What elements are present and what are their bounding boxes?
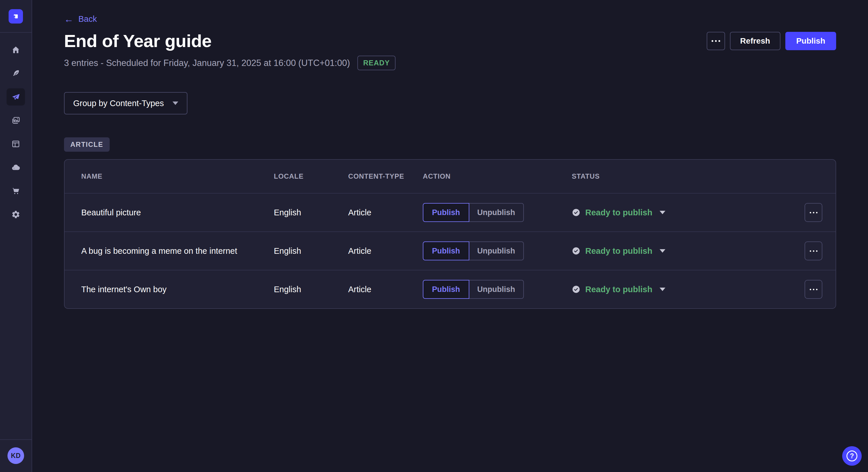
cart-icon [11, 187, 20, 196]
feather-icon [11, 69, 20, 78]
more-icon [810, 289, 817, 290]
more-icon [712, 40, 720, 42]
question-mark-icon: ? [846, 450, 857, 461]
more-icon [810, 250, 817, 252]
paper-plane-icon [11, 92, 20, 102]
entry-locale: English [274, 285, 348, 294]
action-toggle: Publish Unpublish [423, 203, 572, 222]
unpublish-action-button[interactable]: Unpublish [469, 280, 524, 299]
unpublish-action-button[interactable]: Unpublish [469, 241, 524, 260]
table-header-row: NAME LOCALE CONTENT-TYPE ACTION STATUS [65, 160, 836, 193]
column-header-name: NAME [81, 172, 274, 180]
header-actions: Refresh Publish [707, 32, 836, 50]
chevron-down-icon [660, 211, 665, 214]
images-icon [11, 116, 20, 125]
sidebar-item-home[interactable] [7, 41, 25, 59]
sidebar-item-content-manager[interactable] [7, 65, 25, 82]
status-badge: READY [358, 56, 396, 70]
entry-locale: English [274, 246, 348, 256]
group-by-label: Group by Content-Types [73, 99, 164, 108]
row-more-button[interactable] [805, 280, 823, 299]
cloud-icon [11, 163, 20, 172]
entry-name: Beautiful picture [81, 208, 274, 217]
entry-status[interactable]: Ready to publish [572, 208, 782, 217]
check-circle-icon [572, 285, 580, 294]
entry-status[interactable]: Ready to publish [572, 246, 782, 256]
entry-content-type: Article [348, 208, 423, 217]
release-subtitle: 3 entries - Scheduled for Friday, Januar… [64, 58, 350, 68]
sidebar-item-releases[interactable] [7, 88, 25, 105]
help-button[interactable]: ? [842, 446, 862, 466]
table-row: A bug is becoming a meme on the internet… [65, 231, 836, 270]
check-circle-icon [572, 247, 580, 255]
entry-name: The internet's Own boy [81, 285, 274, 294]
release-more-button[interactable] [707, 32, 725, 50]
check-circle-icon [572, 208, 580, 217]
entries-table: NAME LOCALE CONTENT-TYPE ACTION STATUS B… [64, 159, 836, 309]
row-more-button[interactable] [805, 203, 823, 222]
refresh-button[interactable]: Refresh [730, 32, 780, 50]
sidebar-item-media-library[interactable] [7, 112, 25, 129]
status-label: Ready to publish [585, 208, 652, 217]
entry-content-type: Article [348, 285, 423, 294]
table-row: The internet's Own boy English Article P… [65, 270, 836, 308]
publish-action-button[interactable]: Publish [423, 203, 469, 222]
page-title: End of Year guide [64, 31, 212, 51]
status-label: Ready to publish [585, 246, 652, 256]
action-toggle: Publish Unpublish [423, 241, 572, 260]
home-icon [11, 45, 20, 55]
action-toggle: Publish Unpublish [423, 280, 572, 299]
entry-status[interactable]: Ready to publish [572, 285, 782, 294]
sidebar-item-deploy[interactable] [7, 159, 25, 176]
entry-content-type: Article [348, 246, 423, 256]
unpublish-action-button[interactable]: Unpublish [469, 203, 524, 222]
publish-action-button[interactable]: Publish [423, 280, 469, 299]
status-label: Ready to publish [585, 285, 652, 294]
sidebar-item-settings[interactable] [7, 206, 25, 223]
strapi-logo-icon [11, 12, 20, 21]
back-link[interactable]: ← Back [64, 14, 97, 24]
avatar[interactable]: KD [7, 447, 24, 464]
column-header-content-type: CONTENT-TYPE [348, 172, 423, 180]
sidebar-nav [7, 33, 25, 229]
entry-name: A bug is becoming a meme on the internet [81, 246, 274, 256]
publish-action-button[interactable]: Publish [423, 241, 469, 260]
column-header-locale: LOCALE [274, 172, 348, 180]
sidebar: KD [0, 0, 32, 472]
back-arrow-icon: ← [64, 14, 73, 24]
back-label: Back [79, 14, 97, 24]
content-type-group-badge: ARTICLE [64, 137, 110, 152]
column-header-status: STATUS [572, 172, 782, 180]
sidebar-footer: KD [0, 439, 32, 472]
chevron-down-icon [173, 102, 178, 105]
row-more-button[interactable] [805, 241, 823, 260]
sidebar-item-marketplace[interactable] [7, 182, 25, 200]
more-icon [810, 212, 817, 213]
publish-release-button[interactable]: Publish [785, 32, 836, 50]
gear-icon [11, 210, 20, 219]
column-header-action: ACTION [423, 172, 572, 180]
main-content: ← Back End of Year guide Refresh Publish… [32, 0, 868, 472]
layout-icon [11, 139, 20, 148]
chevron-down-icon [660, 288, 665, 291]
strapi-logo[interactable] [9, 9, 23, 24]
chevron-down-icon [660, 249, 665, 252]
sidebar-item-content-type-builder[interactable] [7, 135, 25, 153]
entry-locale: English [274, 208, 348, 217]
table-row: Beautiful picture English Article Publis… [65, 193, 836, 231]
group-by-select[interactable]: Group by Content-Types [64, 92, 187, 114]
